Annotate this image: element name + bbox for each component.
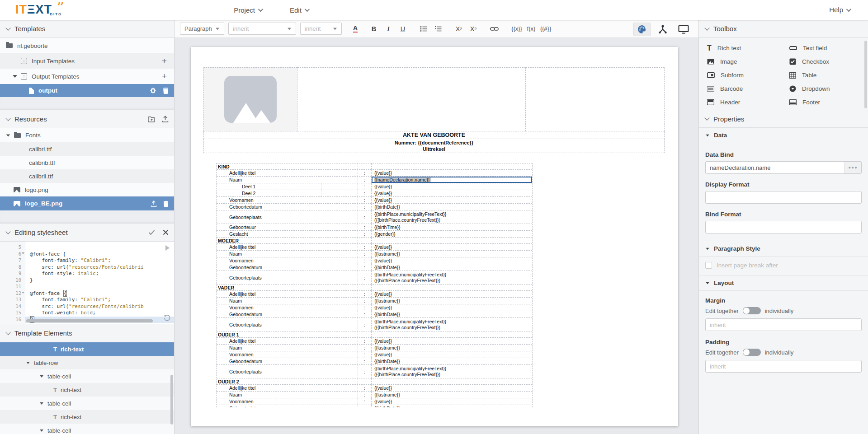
code-line[interactable]: font-family: "Calibri";	[25, 297, 174, 303]
margin-edit-toggle[interactable]	[743, 307, 761, 314]
doc-value-cell[interactable]: {{value}}	[372, 244, 532, 250]
elements-panel-header[interactable]: Template Elements	[0, 324, 174, 342]
display-format-field[interactable]	[705, 191, 862, 204]
doc-field-row[interactable]: Adellijke titel:{{value}}	[217, 338, 532, 345]
code-line[interactable]: @font-face {	[25, 290, 174, 297]
doc-value-cell[interactable]: {{birthDate}}	[372, 204, 532, 210]
doc-value-cell[interactable]: {{value}}	[372, 304, 532, 311]
run-icon[interactable]	[165, 245, 170, 251]
doc-value-cell[interactable]: {{birthPlace.municipalityFreeText}}({{bi…	[372, 365, 532, 378]
doc-value-cell[interactable]: {{birthDate}}	[372, 311, 532, 317]
design-view-button[interactable]	[633, 23, 651, 36]
doc-field-row[interactable]: Geboorteuur:{{birthTime}}	[217, 224, 532, 231]
padding-input[interactable]	[710, 363, 857, 370]
document-title-block[interactable]: AKTE VAN GEBOORTE Nummer: {{documentRefe…	[203, 131, 665, 153]
resource-image-file[interactable]: logo.png	[0, 183, 174, 196]
header-middle-cell[interactable]	[297, 67, 526, 131]
doc-field-row[interactable]: Geboorteplaats:{{birthPlace.municipality…	[217, 210, 532, 224]
element-tree-item-table-cell[interactable]: table-cell	[0, 424, 174, 434]
doc-field-row[interactable]: Naam:{{lastname}}	[217, 298, 532, 304]
doc-value-cell[interactable]: {{value}}	[372, 351, 532, 358]
toolbox-item-checkbox[interactable]: Checkbox	[783, 57, 864, 66]
font-color-button[interactable]: A	[349, 23, 361, 35]
document-header-band[interactable]	[203, 67, 665, 131]
paragraph-style-select[interactable]: Paragraph	[180, 23, 224, 35]
doc-value-cell[interactable]: {{value}}	[372, 197, 532, 203]
help-menu[interactable]: Help	[829, 6, 850, 14]
doc-value-cell[interactable]: {{birthPlace.municipalityFreeText}}({{bi…	[372, 318, 532, 331]
element-tree-item-table-cell[interactable]: table-cell	[0, 369, 174, 383]
superscript-button[interactable]: X2	[467, 23, 479, 35]
doc-value-cell[interactable]: {{birthPlace.municipalityFreeText}}({{bi…	[372, 210, 532, 224]
tree-item-root-folder[interactable]: nl.geboorte	[0, 38, 174, 53]
design-canvas[interactable]: AKTE VAN GEBOORTE Nummer: {{documentRefe…	[175, 38, 698, 434]
document-page[interactable]: AKTE VAN GEBOORTE Nummer: {{documentRefe…	[191, 47, 678, 426]
paragraph-style-section-header[interactable]: Paragraph Style	[699, 241, 868, 257]
data-bind-field[interactable]: ●●●	[705, 161, 862, 174]
bind-format-field[interactable]	[705, 221, 862, 233]
doc-field-row[interactable]: Geboortedatum:{{birthDate}}	[217, 311, 532, 318]
display-format-input[interactable]	[710, 194, 857, 201]
doc-value-cell[interactable]: {{birthPlace.municipalityFreeText}}({{bi…	[372, 271, 532, 284]
element-tree-item-rich-text[interactable]: Trich-text	[0, 410, 174, 424]
code-line[interactable]: }	[25, 277, 174, 284]
close-icon[interactable]	[163, 229, 169, 235]
toolbox-item-richtext[interactable]: TRich text	[701, 43, 783, 53]
doc-value-cell[interactable]: {{birthDate}}	[372, 264, 532, 271]
data-bind-browse-button[interactable]: ●●●	[844, 162, 861, 173]
subscript-button[interactable]: X2	[453, 23, 465, 35]
project-menu[interactable]: Project	[234, 6, 262, 14]
doc-field-row[interactable]: Geslacht:{{gender}}	[217, 231, 532, 238]
insert-placeholder-button[interactable]: {{x}}	[511, 23, 523, 35]
doc-field-row[interactable]: Geboortedatum:{{birthDate}}	[217, 204, 532, 210]
doc-section-header-row[interactable]: KIND	[217, 163, 532, 170]
apply-check-icon[interactable]	[148, 229, 155, 235]
doc-value-cell[interactable]: {{value}}	[372, 190, 532, 196]
margin-input[interactable]	[710, 322, 857, 328]
element-tree-item-rich-text[interactable]: Trich-text	[0, 342, 174, 356]
gear-icon[interactable]	[150, 87, 156, 94]
insert-function-button[interactable]: f(x)	[525, 23, 537, 35]
stylesheet-panel-header[interactable]: Editing stylesheet	[0, 224, 174, 242]
doc-value-cell[interactable]: {{lastname}}	[372, 345, 532, 351]
layout-section-header[interactable]: Layout	[699, 275, 868, 291]
code-line[interactable]: font-family: "Calibri";	[25, 257, 174, 264]
logo-image-cell[interactable]	[203, 67, 297, 131]
doc-section-header-row[interactable]: VADER	[217, 285, 532, 291]
doc-field-row[interactable]: Geboortedatum:{{birthDate}}	[217, 405, 532, 407]
doc-value-cell[interactable]: {{lastname}}	[372, 251, 532, 257]
doc-field-row[interactable]: Geboorteplaats:{{birthPlace.municipality…	[217, 318, 532, 331]
code-area[interactable]: @font-face { font-family: "Calibri"; src…	[25, 242, 174, 324]
image-placeholder-icon[interactable]	[224, 76, 277, 123]
doc-value-cell[interactable]: {{birthDate}}	[372, 405, 532, 407]
margin-field[interactable]	[705, 318, 862, 331]
doc-field-row[interactable]: Adellijke titel:{{value}}	[217, 244, 532, 251]
doc-value-cell[interactable]: {{value}}	[372, 291, 532, 297]
toolbox-item-dropdown[interactable]: Dropdown	[783, 84, 864, 93]
doc-value-cell[interactable]: {{value}}	[372, 398, 532, 405]
doc-field-row[interactable]: Adellijke titel:{{value}}	[217, 291, 532, 298]
doc-field-row[interactable]: Deel 2:{{value}}	[217, 190, 532, 197]
doc-section-header-row[interactable]: OUDER 1	[217, 331, 532, 338]
doc-field-row[interactable]: Geboortedatum:{{birthDate}}	[217, 264, 532, 271]
add-output-template-button[interactable]: +	[162, 71, 167, 81]
code-line[interactable]: font-style: italic;	[25, 271, 174, 277]
doc-value-cell[interactable]: {{value}}	[372, 385, 532, 391]
doc-section-header-row[interactable]: OUDER 2	[217, 378, 532, 385]
itext-dito-logo[interactable]: ITΞXT ” DITO	[15, 3, 62, 17]
document-title[interactable]: AKTE VAN GEBOORTE	[203, 131, 665, 139]
toolbox-item-subform[interactable]: Subform	[701, 70, 783, 80]
stylesheet-code-editor[interactable]: 5678910111213141516 @font-face { font-fa…	[0, 242, 174, 324]
font-family-select[interactable]: inherit	[228, 23, 296, 35]
properties-panel-header[interactable]: Properties	[699, 110, 868, 128]
doc-field-row[interactable]: Deel 1:{{value}}	[217, 183, 532, 190]
doc-section-header-row[interactable]: MOEDER	[217, 238, 532, 244]
code-line[interactable]	[25, 284, 174, 290]
doc-field-row[interactable]: Naam:{{lastname}}	[217, 345, 532, 351]
doc-value-cell[interactable]: {{gender}}	[372, 231, 532, 237]
code-line[interactable]: @font-face {	[25, 251, 174, 258]
numbered-list-button[interactable]	[432, 23, 444, 35]
underline-button[interactable]: U	[397, 23, 409, 35]
data-section-header[interactable]: Data	[699, 128, 868, 143]
element-tree-item-table-row[interactable]: table-row	[0, 356, 174, 369]
